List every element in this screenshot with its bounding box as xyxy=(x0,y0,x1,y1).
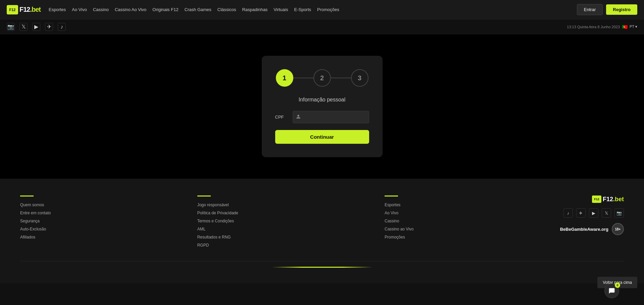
registro-button[interactable]: Registro xyxy=(606,4,637,15)
logo: F12 F12.bet xyxy=(7,5,41,14)
footer-col-3: Esportes Ao Vivo Cassino Cassino ao Vivo… xyxy=(385,195,414,248)
nav-promocoes[interactable]: Promoções xyxy=(317,7,339,12)
footer-link-ao-vivo[interactable]: Ao Vivo xyxy=(385,211,414,215)
logo-text: F12.bet xyxy=(19,6,41,13)
footer-col-1: Quem somos Entre em contato Segurança Au… xyxy=(20,195,51,248)
footer-bottom-line xyxy=(272,267,373,268)
footer-link-cassino[interactable]: Cassino xyxy=(385,219,414,223)
datetime-text: 13:13 Quinta-feira 8 Junho 2023 xyxy=(567,25,620,29)
nav-cassino[interactable]: Cassino xyxy=(93,7,109,12)
nav-cassino-ao-vivo[interactable]: Cassino Ao Vivo xyxy=(115,7,146,12)
footer-tiktok-icon[interactable]: ♪ xyxy=(563,208,573,218)
instagram-icon[interactable]: 📷 xyxy=(7,23,15,31)
nav-crash-games[interactable]: Crash Games xyxy=(185,7,211,12)
footer-twitter-icon[interactable]: 𝕏 xyxy=(602,208,611,218)
nav-virtuais[interactable]: Virtuais xyxy=(274,7,288,12)
chat-badge: 0 xyxy=(615,282,620,288)
footer-brand: F12 F12.bet ♪ ✈ ▶ 𝕏 📷 Be BeGambleAware.o… xyxy=(560,195,624,248)
registration-card: 1 2 3 Informação pessoal CPF xyxy=(262,56,383,157)
step-1: 1 xyxy=(276,69,293,87)
footer-link-auto-exclusao[interactable]: Auto-Exclusão xyxy=(20,227,51,231)
footer-social-icons: ♪ ✈ ▶ 𝕏 📷 xyxy=(563,208,624,218)
footer-link-quem-somos[interactable]: Quem somos xyxy=(20,203,51,207)
footer-bottom xyxy=(20,261,624,268)
footer-link-contato[interactable]: Entre em contato xyxy=(20,211,51,215)
footer-col3-bar xyxy=(385,195,398,197)
cpf-input-wrapper xyxy=(293,111,369,123)
continuar-button[interactable]: Continuar xyxy=(275,130,369,144)
nav-raspadinhas[interactable]: Raspadinhas xyxy=(242,7,267,12)
lang-selector[interactable]: PT ▾ xyxy=(630,25,637,29)
header-left: F12 F12.bet Esportes Ao Vivo Cassino Cas… xyxy=(7,5,339,14)
age-badge: 18+ xyxy=(612,223,624,235)
footer-link-afiliados[interactable]: Afiliados xyxy=(20,235,51,239)
cpf-input[interactable] xyxy=(293,111,369,123)
tiktok-icon[interactable]: ♪ xyxy=(58,23,66,31)
footer-link-seguranca[interactable]: Segurança xyxy=(20,219,51,223)
social-icons: 📷 𝕏 ▶ ✈ ♪ xyxy=(7,23,66,31)
footer-logo-text: F12.bet xyxy=(603,196,624,203)
nav-classicos[interactable]: Clássicos xyxy=(217,7,236,12)
nav-esports[interactable]: E-Sports xyxy=(294,7,311,12)
step-3: 3 xyxy=(351,69,368,87)
footer-link-resultados[interactable]: Resultados e RNG xyxy=(197,235,238,239)
footer-link-esportes[interactable]: Esportes xyxy=(385,203,414,207)
header: F12 F12.bet Esportes Ao Vivo Cassino Cas… xyxy=(0,0,644,19)
gamble-badges: Be BeGambleAware.org 18+ xyxy=(560,223,624,235)
telegram-icon[interactable]: ✈ xyxy=(45,23,53,31)
main-content: 1 2 3 Informação pessoal CPF xyxy=(0,34,644,179)
footer-instagram-icon[interactable]: 📷 xyxy=(614,208,624,218)
footer-main: Quem somos Entre em contato Segurança Au… xyxy=(20,195,624,248)
footer-logo-box: F12 xyxy=(592,195,601,203)
footer-link-privacidade[interactable]: Política de Privacidade xyxy=(197,211,238,215)
logo-box: F12 xyxy=(7,5,18,14)
step-line-1 xyxy=(293,78,313,78)
footer-link-cassino-ao-vivo[interactable]: Cassino ao Vivo xyxy=(385,227,414,231)
footer-link-rgpd[interactable]: RGPD xyxy=(197,243,238,248)
stepper: 1 2 3 xyxy=(275,69,369,87)
footer-link-termos[interactable]: Termos e Condições xyxy=(197,219,238,223)
footer-logo: F12 F12.bet xyxy=(592,195,624,203)
footer-col1-bar xyxy=(20,195,34,197)
step-line-2 xyxy=(331,78,351,78)
chat-button[interactable]: 0 xyxy=(604,284,619,298)
nav-originais[interactable]: Originais F12 xyxy=(152,7,178,12)
form-title: Informação pessoal xyxy=(275,97,369,103)
footer-link-promocoes[interactable]: Promoções xyxy=(385,235,414,239)
main-nav: Esportes Ao Vivo Cassino Cassino Ao Vivo… xyxy=(49,7,339,12)
gamble-aware-badge: Be BeGambleAware.org xyxy=(560,227,608,232)
social-bar: 📷 𝕏 ▶ ✈ ♪ 13:13 Quinta-feira 8 Junho 202… xyxy=(0,19,644,34)
twitter-icon[interactable]: 𝕏 xyxy=(19,23,28,31)
flag-icon: 🇵🇹 xyxy=(622,24,628,30)
footer-telegram-icon[interactable]: ✈ xyxy=(576,208,586,218)
footer-col2-bar xyxy=(197,195,211,197)
cpf-label: CPF xyxy=(275,115,289,120)
cpf-row: CPF xyxy=(275,111,369,123)
datetime-section: 13:13 Quinta-feira 8 Junho 2023 🇵🇹 PT ▾ xyxy=(567,24,637,30)
nav-esportes[interactable]: Esportes xyxy=(49,7,66,12)
user-icon xyxy=(296,114,301,120)
footer-link-aml[interactable]: AML xyxy=(197,227,238,231)
footer-col-2: Jogo responsável Política de Privacidade… xyxy=(197,195,238,248)
footer: Quem somos Entre em contato Segurança Au… xyxy=(0,179,644,283)
footer-link-jogo-responsavel[interactable]: Jogo responsável xyxy=(197,203,238,207)
nav-ao-vivo[interactable]: Ao Vivo xyxy=(72,7,87,12)
youtube-icon[interactable]: ▶ xyxy=(32,23,40,31)
footer-youtube-icon[interactable]: ▶ xyxy=(589,208,598,218)
entrar-button[interactable]: Entrar xyxy=(577,4,603,15)
step-2: 2 xyxy=(313,69,331,87)
header-right: Entrar Registro xyxy=(577,4,637,15)
